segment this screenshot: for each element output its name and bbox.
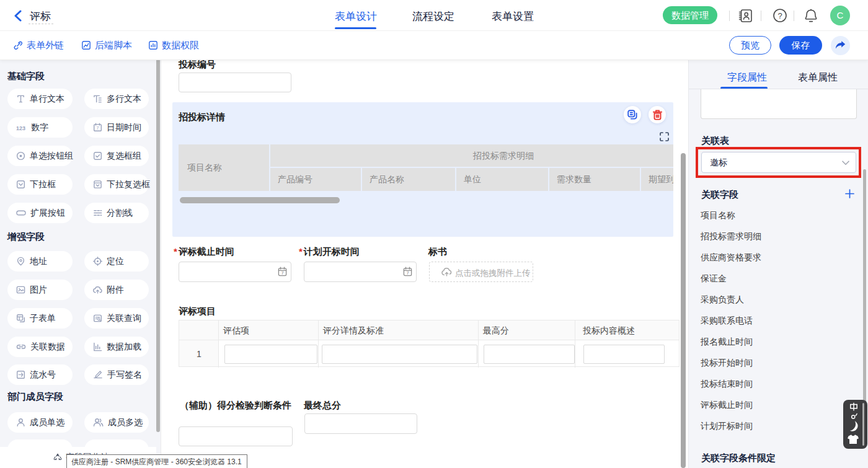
svg-text:?: ? [777,11,782,20]
svg-text:123: 123 [16,125,25,131]
svg-text:7: 7 [281,270,283,276]
svg-text:7: 7 [406,270,409,276]
svg-text:7: 7 [97,126,99,130]
